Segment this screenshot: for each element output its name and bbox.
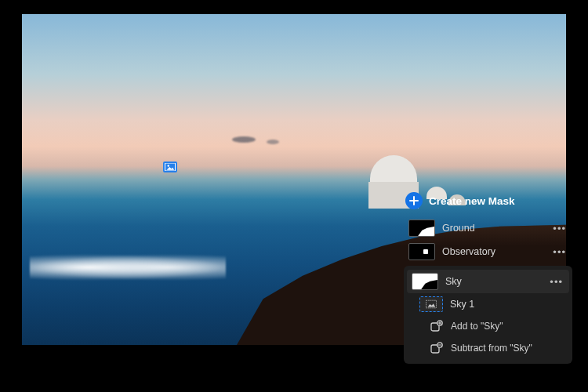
cloud-small-1	[232, 136, 256, 143]
mask-label-ground: Ground	[442, 223, 544, 234]
mask-thumb-sky	[412, 273, 438, 290]
image-overlay-badge[interactable]	[163, 162, 177, 172]
mask-row-sky[interactable]: Sky •••	[407, 270, 569, 293]
create-mask-plus-button[interactable]	[405, 192, 423, 209]
mask-more-sky[interactable]: •••	[548, 276, 564, 288]
mask-action-subtract-label: Subtract from "Sky"	[451, 343, 532, 354]
create-mask-label: Create new Mask	[429, 195, 515, 207]
mask-child-thumb	[419, 296, 443, 312]
mask-thumb-observatory	[408, 243, 435, 260]
mask-more-ground[interactable]: •••	[551, 223, 568, 234]
subtract-from-mask-icon	[430, 342, 443, 354]
mask-action-add[interactable]: Add to "Sky"	[407, 315, 569, 337]
add-to-mask-icon	[430, 320, 443, 332]
mask-panel: Create new Mask Ground ••• Observatory •…	[404, 188, 572, 364]
plus-icon	[409, 196, 419, 205]
create-mask-row[interactable]: Create new Mask	[404, 188, 572, 216]
mask-label-observatory: Observatory	[442, 246, 544, 257]
mask-more-observatory[interactable]: •••	[551, 246, 568, 258]
mask-row-ground[interactable]: Ground •••	[404, 216, 572, 240]
mask-thumb-ground	[408, 220, 435, 237]
svg-point-1	[168, 165, 169, 166]
mask-row-observatory[interactable]: Observatory •••	[404, 240, 572, 263]
picture-icon	[165, 163, 175, 171]
mask-label-sky: Sky	[445, 276, 541, 287]
mask-action-add-label: Add to "Sky"	[451, 321, 503, 332]
observatory-dome	[370, 155, 417, 183]
select-sky-icon	[426, 299, 437, 309]
mask-child-label: Sky 1	[450, 299, 564, 310]
mask-sky-group: Sky ••• Sky 1 Add to "Sky"	[404, 266, 572, 364]
svg-marker-4	[428, 303, 436, 307]
cloud-small-2	[267, 140, 279, 144]
clouds-low	[30, 254, 226, 281]
mask-child-sky1[interactable]: Sky 1	[407, 293, 569, 315]
mask-action-subtract[interactable]: Subtract from "Sky"	[407, 337, 569, 359]
